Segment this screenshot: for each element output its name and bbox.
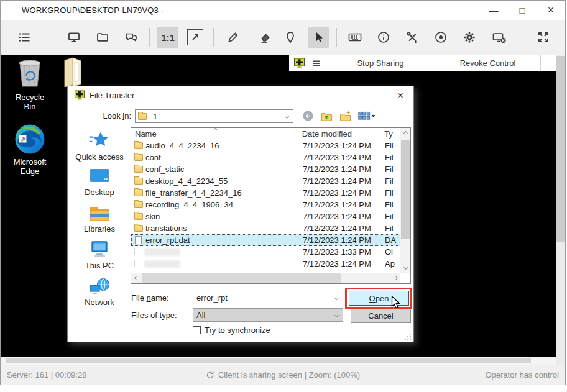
desktop-icon-recycle-bin[interactable]: Recycle Bin — [9, 58, 50, 111]
menu-list-icon[interactable] — [14, 27, 35, 48]
monitor-icon[interactable] — [63, 27, 85, 48]
remote-horizontal-scrollbar[interactable] — [1, 357, 556, 365]
file-name-value: error_rpt — [196, 293, 228, 303]
sidebar-item-label: This PC — [85, 261, 114, 270]
sidebar-item-this-pc[interactable]: This PC — [70, 240, 129, 276]
file-row[interactable]: 7/12/2023 1:24 PMAp — [131, 258, 402, 270]
folder-icon — [134, 178, 143, 185]
status-bar: Server: 161 | 00:09:28 Client is sharing… — [1, 365, 565, 385]
revoke-control-button[interactable]: Revoke Control — [435, 55, 541, 71]
sidebar-item-quick-access[interactable]: Quick access — [70, 130, 129, 166]
close-button[interactable]: × — [537, 1, 565, 20]
cursor-icon[interactable] — [308, 27, 329, 48]
session-menu-icon[interactable] — [311, 59, 321, 68]
list-vertical-scrollbar[interactable] — [400, 128, 410, 273]
file-manager-icon[interactable] — [92, 27, 113, 48]
file-type: Fil — [385, 200, 402, 209]
file-row[interactable]: skin7/12/2023 1:24 PMFil — [131, 211, 402, 222]
desktop-icon-label: Microsoft Edge — [9, 157, 50, 176]
synchronize-checkbox[interactable] — [193, 326, 201, 334]
maximize-button[interactable]: □ — [508, 1, 537, 20]
files-of-type-value: All — [196, 311, 205, 320]
desktop-icon-microsoft-edge[interactable]: ↗ Microsoft Edge — [9, 123, 50, 176]
session-control-bar: Stop Sharing Revoke Control — [289, 55, 556, 71]
column-header-type[interactable]: Ty — [380, 128, 400, 140]
redacted-name — [144, 260, 180, 268]
sidebar-item-libraries[interactable]: Libraries — [70, 203, 129, 240]
file-name: file_transfer_4_4_2234_16 — [145, 188, 303, 198]
scrollbar-thumb[interactable] — [401, 140, 410, 239]
view-menu-button[interactable] — [356, 109, 377, 122]
scrollbar-corner — [556, 357, 565, 365]
file-date: 7/12/2023 1:24 PM — [303, 224, 385, 233]
one-to-one-button[interactable]: 1:1 — [157, 27, 178, 48]
folder-icon — [138, 113, 147, 120]
file-type: Fil — [385, 165, 402, 174]
list-horizontal-scrollbar[interactable] — [131, 273, 400, 283]
back-button[interactable] — [300, 109, 315, 122]
synchronize-label: Try to synchronize — [205, 326, 270, 335]
file-row[interactable]: recording_4_4_1906_347/12/2023 1:24 PMFi… — [131, 199, 402, 211]
sidebar-item-network[interactable]: Network — [70, 276, 129, 313]
remote-vertical-scrollbar[interactable] — [556, 55, 565, 357]
libraries-icon — [88, 203, 111, 223]
info-icon[interactable] — [373, 27, 394, 48]
this-pc-icon — [88, 240, 111, 260]
sidebar-item-desktop[interactable]: Desktop — [70, 166, 129, 203]
file-name-combobox[interactable]: error_rpt — [193, 291, 343, 304]
file-date: 7/12/2023 1:24 PM — [303, 176, 385, 186]
file-row[interactable]: 7/12/2023 1:33 PMOl — [131, 246, 402, 258]
scrollbar-thumb[interactable] — [6, 358, 531, 363]
file-row[interactable]: audio_4_4_2234_167/12/2023 1:24 PMFil — [131, 140, 402, 152]
look-in-combobox[interactable]: 1 — [135, 109, 293, 123]
tools-icon[interactable] — [402, 27, 423, 48]
network-icon — [88, 276, 111, 296]
app-window: WORKGROUP\DESKTOP-LN79VQ3 · — □ × 1:1 — [0, 0, 566, 385]
stop-sharing-button[interactable]: Stop Sharing — [326, 55, 435, 71]
up-one-level-button[interactable] — [319, 109, 334, 122]
scroll-up-icon[interactable] — [403, 131, 407, 135]
recycle-bin-icon — [16, 58, 44, 89]
cancel-button[interactable]: Cancel — [351, 308, 411, 323]
dialog-title-bar: File Transfer — [68, 86, 413, 104]
sidebar-item-label: Network — [85, 298, 114, 307]
file-date: 7/12/2023 1:33 PM — [303, 247, 385, 257]
file-row[interactable]: conf_static7/12/2023 1:24 PMFil — [131, 163, 402, 175]
status-operator: Operator has control — [485, 370, 559, 380]
file-row[interactable]: conf7/12/2023 1:24 PMFil — [131, 152, 402, 163]
settings-gear-icon[interactable] — [459, 27, 480, 48]
fit-to-screen-icon[interactable] — [185, 27, 206, 48]
file-icon — [135, 236, 142, 244]
scroll-left-icon[interactable] — [134, 276, 138, 280]
file-row[interactable]: desktop_4_4_2234_557/12/2023 1:24 PMFil — [131, 175, 402, 187]
pointer-pin-icon[interactable] — [280, 27, 301, 48]
sidebar-item-label: Libraries — [84, 224, 115, 234]
file-name: recording_4_4_1906_34 — [145, 200, 303, 209]
file-name: desktop_4_4_2234_55 — [145, 176, 303, 186]
files-of-type-combobox[interactable]: All — [193, 308, 343, 322]
disconnect-icon[interactable] — [489, 27, 510, 48]
folder-icon — [134, 154, 143, 161]
file-row[interactable]: translations7/12/2023 1:24 PMFil — [131, 222, 402, 234]
scroll-down-icon[interactable] — [403, 265, 407, 270]
eraser-icon[interactable] — [255, 27, 276, 48]
chat-icon[interactable] — [121, 27, 142, 48]
fullscreen-icon[interactable] — [533, 27, 554, 48]
new-folder-button[interactable] — [338, 109, 353, 122]
file-rows: audio_4_4_2234_167/12/2023 1:24 PMFil co… — [131, 140, 402, 270]
record-icon[interactable] — [430, 27, 451, 48]
keyboard-icon[interactable] — [344, 27, 366, 48]
file-row-selected[interactable]: error_rpt.dat7/12/2023 1:24 PMDA — [131, 234, 402, 246]
scrollbar-thumb[interactable] — [556, 56, 565, 242]
desktop-icon-label: Recycle Bin — [9, 93, 50, 111]
dialog-close-icon[interactable]: × — [394, 89, 407, 103]
column-header-date-modified[interactable]: Date modified — [298, 128, 380, 140]
dialog-sidebar: Quick access Desktop Libraries — [70, 130, 129, 313]
scrollbar-thumb[interactable] — [142, 273, 341, 283]
scroll-right-icon[interactable] — [393, 276, 397, 280]
pencil-icon[interactable] — [223, 27, 244, 48]
resize-grip[interactable] — [405, 334, 411, 340]
redacted-file-icon — [134, 248, 142, 255]
file-row[interactable]: file_transfer_4_4_2234_167/12/2023 1:24 … — [131, 187, 402, 199]
minimize-button[interactable]: — — [479, 1, 508, 20]
